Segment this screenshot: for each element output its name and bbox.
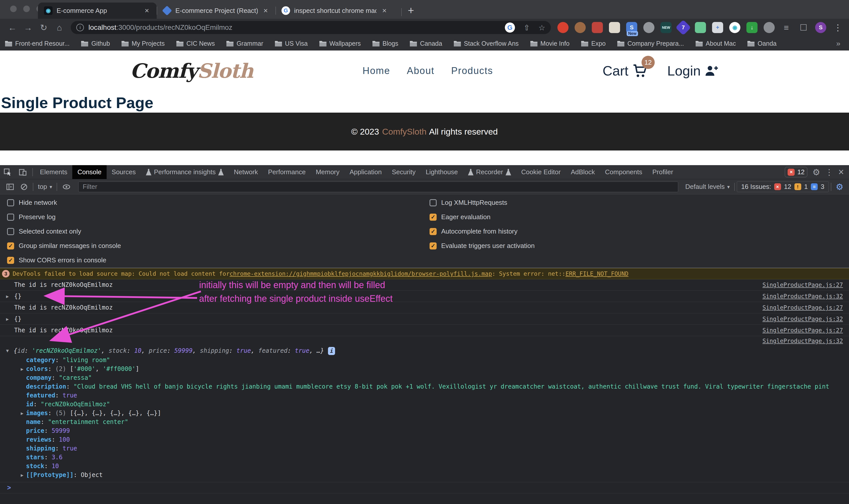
footer-brand[interactable]: ComfySloth <box>382 127 427 137</box>
collapse-triangle-icon[interactable]: ▼ <box>6 346 9 356</box>
minimize-window-icon[interactable] <box>23 5 30 12</box>
checkbox[interactable]: ✓ <box>7 228 14 235</box>
bookmark-folder[interactable]: Company Prepara... <box>617 40 684 47</box>
devtools-tab[interactable]: Console <box>72 165 106 179</box>
info-badge-icon[interactable]: i <box>328 347 335 355</box>
source-link[interactable]: SingleProductPage.js:27 <box>763 327 843 334</box>
console-settings-icon[interactable]: ⚙ <box>836 182 844 192</box>
extension-icon[interactable]: ⋮ <box>832 22 844 33</box>
extension-icon[interactable]: NEW <box>660 22 672 33</box>
console-setting[interactable]: ✓ Eager evaluation <box>430 210 535 224</box>
devtools-tab[interactable]: Profiler <box>647 165 678 179</box>
devtools-tab[interactable]: Network <box>229 165 263 179</box>
devtools-tab[interactable]: Lighthouse <box>421 165 463 179</box>
devtools-close-icon[interactable]: × <box>838 167 844 178</box>
browser-tab[interactable]: G inspect shortcut chrome mac - × <box>275 2 394 19</box>
back-icon[interactable]: ← <box>4 23 20 33</box>
log-levels-selector[interactable]: Default levels ▾ <box>685 183 730 191</box>
nav-link[interactable]: About <box>407 66 434 76</box>
checkbox[interactable]: ✓ <box>7 257 14 264</box>
address-bar[interactable]: i localhost :3000/products/recNZ0koOqEmi… <box>71 21 551 34</box>
devtools-tab[interactable]: Security <box>387 165 421 179</box>
source-link[interactable]: SingleProductPage.js:32 <box>763 338 843 346</box>
extension-icon[interactable]: S <box>815 22 826 33</box>
extension-icon[interactable]: ◉ <box>729 22 740 33</box>
devtools-tab[interactable]: Sources <box>107 165 141 179</box>
checkbox[interactable]: ✓ <box>7 242 14 250</box>
console-setting[interactable]: ✓ Preserve log <box>7 210 121 224</box>
bookmark-folder[interactable]: My Projects <box>122 40 165 47</box>
bookmark-folder[interactable]: Stack Overflow Ans <box>454 40 519 47</box>
tab-close-icon[interactable]: × <box>381 6 388 15</box>
extension-icon[interactable] <box>557 22 569 33</box>
bookmark-folder[interactable]: Front-end Resour... <box>5 40 69 47</box>
forward-icon[interactable]: → <box>20 23 36 33</box>
devtools-tab[interactable]: Elements <box>35 165 72 179</box>
extension-icon[interactable]: ↓ <box>746 22 758 33</box>
bookmark-folder[interactable]: US Visa <box>275 40 308 47</box>
bookmark-folder[interactable]: Oanda <box>747 40 777 47</box>
console-setting[interactable]: ✓ Selected context only <box>7 224 121 239</box>
console-setting[interactable]: ✓ Hide network <box>7 195 121 210</box>
site-info-icon[interactable]: i <box>76 24 84 31</box>
expand-triangle-icon[interactable]: ▶ <box>21 409 23 418</box>
bookmark-folder[interactable]: Blogs <box>372 40 398 47</box>
extension-icon[interactable]: ☐ <box>798 22 809 33</box>
extension-icon[interactable] <box>764 22 775 33</box>
console-setting[interactable]: ✓ Evaluate triggers user activation <box>430 239 535 253</box>
devtools-tab[interactable]: Components <box>600 165 647 179</box>
devtools-tab[interactable]: Cookie Editor <box>516 165 566 179</box>
extension-icon[interactable] <box>592 22 603 33</box>
checkbox[interactable]: ✓ <box>430 228 437 235</box>
source-link[interactable]: SingleProductPage.js:27 <box>763 304 843 311</box>
inspect-element-icon[interactable] <box>0 165 15 179</box>
bookmark-folder[interactable]: Canada <box>410 40 442 47</box>
tab-close-icon[interactable]: × <box>143 6 151 15</box>
console-filter-input[interactable] <box>78 182 678 192</box>
bookmark-folder[interactable]: Grammar <box>226 40 263 47</box>
issues-counter[interactable]: 16 Issues: 12 1 3 <box>737 181 829 192</box>
extension-icon[interactable] <box>575 22 586 33</box>
extension-icon[interactable] <box>643 22 655 33</box>
nav-link[interactable]: Products <box>451 66 493 76</box>
expand-triangle-icon[interactable]: ▶ <box>6 317 9 322</box>
warning-count-badge[interactable]: 3 <box>2 270 10 277</box>
extension-icon[interactable]: 7 <box>675 20 691 35</box>
bookmark-star-icon[interactable]: ☆ <box>538 23 545 32</box>
extension-icon[interactable] <box>609 22 620 33</box>
tab-close-icon[interactable]: × <box>262 6 270 15</box>
devtools-tab[interactable]: Performance insights <box>141 165 229 179</box>
site-logo[interactable]: ComfySloth <box>130 59 253 82</box>
console-sidebar-icon[interactable] <box>6 183 14 191</box>
bookmark-folder[interactable]: Github <box>81 40 110 47</box>
google-lens-icon[interactable]: G <box>505 22 515 33</box>
checkbox[interactable]: ✓ <box>7 199 14 206</box>
source-link[interactable]: SingleProductPage.js:32 <box>763 293 843 300</box>
cart-button[interactable]: Cart 12 <box>603 63 648 78</box>
devtools-tab[interactable]: Application <box>345 165 387 179</box>
new-tab-button[interactable]: + <box>401 4 414 17</box>
devtools-tab[interactable]: Recorder <box>463 165 516 179</box>
bookmark-folder[interactable]: About Mac <box>696 40 736 47</box>
close-window-icon[interactable] <box>10 5 17 12</box>
login-button[interactable]: Login <box>667 63 719 78</box>
source-link[interactable]: SingleProductPage.js:32 <box>763 316 843 322</box>
devtools-tab[interactable]: Performance <box>263 165 311 179</box>
bookmark-folder[interactable]: CIC News <box>176 40 215 47</box>
bookmark-folder[interactable]: Expo <box>581 40 606 47</box>
share-icon[interactable]: ⇧ <box>523 23 530 32</box>
checkbox[interactable]: ✓ <box>430 214 437 221</box>
console-setting[interactable]: ✓ Group similar messages in console <box>7 239 121 253</box>
expand-triangle-icon[interactable]: ▶ <box>21 365 23 374</box>
devtools-tab[interactable]: Memory <box>311 165 345 179</box>
browser-tab[interactable]: E-commerce Project (React) - × <box>157 2 275 19</box>
live-expression-eye-icon[interactable] <box>62 183 71 191</box>
bookmark-folder[interactable]: Wallpapers <box>319 40 361 47</box>
reload-icon[interactable]: ↻ <box>36 22 52 33</box>
devtools-settings-icon[interactable]: ⚙ <box>812 167 820 177</box>
expand-triangle-icon[interactable]: ▶ <box>21 471 23 480</box>
bookmark-folder[interactable]: Movie Info <box>531 40 570 47</box>
console-error-count[interactable]: × 12 <box>785 167 807 177</box>
console-setting[interactable]: ✓ Show CORS errors in console <box>7 253 121 267</box>
browser-tab[interactable]: ◉ E-commerce App × <box>38 2 157 19</box>
